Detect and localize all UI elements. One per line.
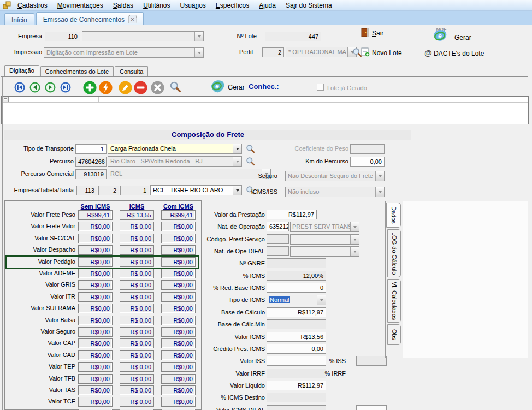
delete-record-icon[interactable] [134,81,147,94]
chevron-down-icon[interactable] [233,157,241,166]
nav-last-icon[interactable] [60,82,71,93]
percurso-code-field[interactable]: 47604266 [75,157,107,167]
empresa-code-field[interactable]: 110 [45,32,80,41]
side-tab-vl-calculados[interactable]: Vl. Calculados [387,279,401,323]
valor-cell-icms[interactable]: R$ 0,00 [120,316,154,325]
nav-prev-icon[interactable] [29,82,40,93]
nav-first-icon[interactable] [14,82,25,93]
menu-item-3[interactable]: Saídas [108,1,138,10]
valor-cell-icms[interactable]: R$ 0,00 [120,257,154,267]
chevron-down-icon[interactable] [194,32,203,41]
lote-ja-gerado-checkbox[interactable] [317,84,324,91]
valor-cell-sem[interactable]: R$0,00 [78,327,113,337]
chevron-down-icon[interactable] [350,247,359,256]
tipo-transporte-code-field[interactable]: 1 [75,144,107,154]
valor-cell-sem[interactable]: R$0,00 [78,234,113,243]
ett-combo[interactable]: RCL - TIGRE RIO CLARO [150,185,242,195]
dacte-lote-button[interactable]: DACTE's do Lote [434,50,484,57]
tab-inicio[interactable]: Início [4,13,34,25]
valor-cell-icms[interactable]: R$ 0,00 [120,280,154,290]
menu-item-6[interactable]: Específicos [211,1,254,10]
detail-combo[interactable] [290,246,359,257]
detail-code-field[interactable] [267,234,289,244]
add-record-icon[interactable] [83,81,97,94]
valor-cell-icms[interactable]: R$ 0,00 [120,397,154,407]
detail-field[interactable]: R$112,97 [267,210,317,219]
ett-tabela-field[interactable]: 2 [98,186,119,195]
chevron-down-icon[interactable] [350,222,359,231]
menu-item-4[interactable]: Utilitários [138,1,175,10]
quick-action-lightning-icon[interactable] [99,81,113,94]
lote-field[interactable]: 447 [265,32,321,41]
valor-cell-sem[interactable]: R$0,00 [78,316,113,325]
menu-item-2[interactable]: Movimentações [52,1,108,10]
valor-cell-sem[interactable]: R$0,00 [78,304,113,313]
detail-code-field[interactable]: 635212 [267,222,289,231]
valor-cell-sem[interactable]: R$0,00 [78,245,113,255]
chevron-down-icon[interactable] [375,187,384,197]
valor-cell-icms[interactable]: R$ 0,00 [120,338,154,348]
edit-pencil-icon[interactable] [119,81,132,94]
subtab-consulta[interactable]: Consulta [115,66,148,76]
detail-field[interactable] [267,258,326,268]
valor-cell-sem[interactable]: R$0,00 [78,280,113,290]
tipo-transporte-search-icon[interactable] [246,144,255,153]
sair-button[interactable]: Sair [372,29,383,37]
detail-field[interactable]: 12,00% [267,271,326,281]
valor-cell-icms[interactable]: R$ 0,00 [120,327,154,337]
menu-item-8[interactable]: Sair do Sistema [281,1,337,10]
menu-item-1[interactable]: Cadastros [13,1,52,10]
detail-field[interactable] [267,393,326,402]
valor-cell-sem[interactable]: R$0,00 [78,222,113,231]
impressao-combo[interactable]: Digitação com Impressão em Lote [44,47,204,58]
icms-iss-combo[interactable]: Não incluso [285,187,385,197]
valor-cell-sem[interactable]: R$0,00 [78,350,113,360]
gerar-mdfe-button[interactable]: Gerar [454,34,471,41]
detail-combo[interactable]: PREST SERV TRANSI [290,222,359,232]
detail-field[interactable]: 0 [267,283,326,293]
valor-cell-sem[interactable]: R$0,00 [78,257,113,267]
empresa-combo[interactable] [82,31,204,41]
valor-cell-icms[interactable]: R$ 0,00 [120,292,154,302]
search-icon[interactable] [169,81,181,93]
tipo-transporte-combo[interactable]: Carga Fracionada Cheia [108,144,242,154]
detail-field[interactable] [267,405,326,410]
tab-emissao-conhecimentos[interactable]: Emissão de Conhecimentos ✕ [36,12,144,25]
detail-extra-field[interactable] [356,356,387,366]
detail-field[interactable] [267,319,326,329]
detail-field[interactable]: 0,00 [267,344,326,354]
chevron-down-icon[interactable] [375,171,384,181]
valor-cell-icms[interactable]: R$ 0,00 [120,245,154,255]
perfil-combo[interactable]: * OPERACIONAL MATRIZ [286,47,357,57]
valor-cell-icms[interactable]: R$ 0,00 [120,350,154,360]
valor-cell-sem[interactable]: R$0,00 [78,385,113,395]
coeficiente-peso-field[interactable] [350,144,385,154]
detail-combo[interactable] [290,234,359,245]
valor-cell-sem[interactable]: R$0,00 [78,362,113,372]
km-percurso-field[interactable]: 0,00 [350,157,385,167]
subtab-conhecimentos-do-lote[interactable]: Conhecimentos do Lote [40,66,114,76]
menu-item-5[interactable]: Usuários [175,1,210,10]
valor-cell-icms[interactable]: R$ 0,00 [120,362,154,372]
close-tab-icon[interactable]: ✕ [128,15,137,23]
valor-cell-sem[interactable]: R$0,00 [78,269,113,278]
valor-cell-icms[interactable]: R$ 0,00 [120,374,154,384]
percurso-comercial-code-field[interactable]: 913019 [75,169,107,179]
detail-field[interactable]: R$112,97 [267,307,326,317]
valor-cell-sem[interactable]: R$0,00 [78,338,113,348]
valor-cell-sem[interactable]: R$0,00 [78,374,113,384]
valor-cell-icms[interactable]: R$ 0,00 [120,234,154,243]
records-grid[interactable] [1,96,529,124]
side-tab-obs[interactable]: Obs [387,324,401,345]
detail-field[interactable]: R$112,97 [267,381,326,390]
chevron-down-icon[interactable] [350,235,359,244]
percurso-combo[interactable]: Rio Claro - SP/Volta Redonda - RJ [108,156,242,167]
valor-cell-sem[interactable]: R$0,00 [78,292,113,302]
menu-item-7[interactable]: Ajuda [254,1,281,10]
nav-next-icon[interactable] [45,82,56,93]
valor-cell-icms[interactable]: R$ 13,55 [120,210,154,220]
chevron-down-icon[interactable] [233,144,241,153]
percurso-search-icon[interactable] [246,157,255,166]
seguro-combo[interactable]: Não Descontar Seguro do Frete P [285,171,385,181]
subtab-digitacao[interactable]: Digitação [4,65,39,76]
